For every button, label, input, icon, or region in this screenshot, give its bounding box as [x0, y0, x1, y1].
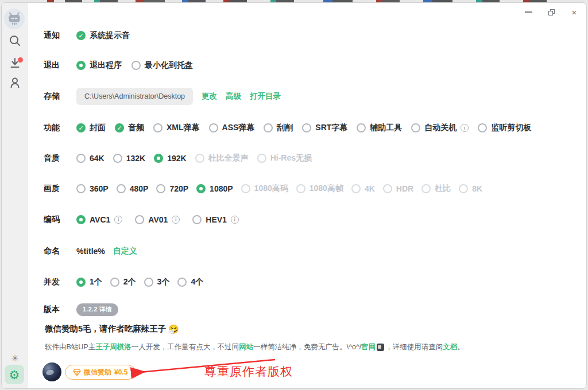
author-link[interactable]: 王子周棋洛	[95, 342, 131, 352]
sidebar-item-search[interactable]	[2, 34, 28, 48]
sidebar-item-settings-active[interactable]: ⚙	[5, 365, 24, 384]
checkbox-icon	[209, 123, 218, 132]
option-label: 720P	[169, 184, 188, 193]
option-2-threads[interactable]: 2个	[110, 277, 136, 287]
docs-link[interactable]: 文档	[443, 342, 457, 352]
sponsor-headline-text: 微信赞助5毛，请作者吃麻辣王子	[45, 323, 166, 334]
gear-icon: ⚙	[9, 369, 20, 381]
row-label: 编码	[44, 214, 76, 225]
app-logo[interactable]	[4, 9, 25, 29]
about-text: 一人开发，工作量有点大，不过同	[131, 342, 239, 352]
option-4k: 4K	[351, 184, 375, 193]
radio-selected-icon	[76, 61, 86, 70]
author-avatar[interactable]	[42, 362, 61, 381]
info-icon[interactable]: i	[114, 216, 122, 224]
option-exit-program[interactable]: 退出程序	[76, 60, 122, 71]
row-label: 命名	[44, 246, 76, 256]
option-1080-framerate: 1080高帧	[296, 184, 343, 194]
close-icon: ×	[572, 8, 577, 17]
customize-link[interactable]: 自定义	[113, 246, 137, 256]
storage-path-box[interactable]: C:\Users\Administrator\Desktop	[76, 88, 193, 105]
row-label: 退出	[44, 60, 76, 71]
option-label: 132K	[126, 154, 145, 163]
radio-disabled-icon	[383, 184, 392, 193]
option-scrape[interactable]: 刮削	[264, 123, 293, 133]
radio-disabled-icon	[351, 184, 361, 193]
checkbox-checked-icon: ✓	[76, 31, 86, 40]
option-minimize-to-tray[interactable]: 最小化到托盘	[131, 60, 193, 71]
sidebar: ☀ ⚙	[2, 3, 28, 388]
option-aux-tools[interactable]: 辅助工具	[357, 123, 402, 133]
option-av01[interactable]: AV01 i	[135, 215, 180, 224]
option-ass-danmaku[interactable]: ASS弹幕	[209, 123, 255, 133]
option-label: 1080高帧	[310, 184, 343, 194]
option-label: 3个	[157, 277, 170, 287]
row-label: 功能	[44, 123, 76, 133]
option-cover[interactable]: ✓ 封面	[76, 123, 106, 133]
option-label: 1080P	[210, 184, 233, 193]
option-label: 系统提示音	[90, 30, 130, 41]
radio-icon	[192, 215, 202, 224]
bilibili-tv-logo-icon	[7, 11, 22, 26]
option-label: 1个	[90, 277, 102, 287]
donate-amount: ¥0.5	[114, 368, 127, 376]
wechat-donate-button[interactable]: 微信赞助 ¥0.5	[65, 365, 136, 380]
official-site-link[interactable]: 官网	[361, 342, 376, 352]
row-codec: 编码 AVC1 i AV01 i HEV1 i	[44, 213, 239, 227]
option-xml-danmaku[interactable]: XML弹幕	[153, 123, 200, 133]
search-icon	[9, 34, 21, 47]
row-naming: 命名 %title% 自定义	[44, 244, 137, 258]
option-auto-shutdown[interactable]: 自动关机 i	[411, 123, 469, 133]
minimize-button[interactable]	[524, 8, 532, 16]
option-64k[interactable]: 64K	[76, 154, 105, 163]
radio-icon	[177, 278, 187, 287]
option-audio[interactable]: ✓ 音频	[115, 123, 144, 133]
option-srt-subtitle[interactable]: SRT字幕	[302, 123, 347, 133]
change-link[interactable]: 更改	[202, 91, 217, 102]
restore-button[interactable]	[547, 8, 555, 16]
option-480p[interactable]: 480P	[117, 184, 149, 193]
radio-icon	[117, 184, 126, 193]
info-icon[interactable]: i	[172, 216, 180, 224]
info-icon[interactable]: i	[461, 124, 469, 132]
option-4-threads[interactable]: 4个	[177, 277, 203, 287]
website-link[interactable]: 网站	[239, 342, 253, 352]
option-system-sound[interactable]: ✓ 系统提示音	[76, 30, 130, 41]
option-360p[interactable]: 360P	[76, 184, 109, 193]
row-exit: 退出 退出程序 最小化到托盘	[44, 58, 193, 72]
option-clipboard-listen[interactable]: 监听剪切板	[478, 123, 531, 133]
option-132k[interactable]: 132K	[113, 154, 145, 163]
radio-icon	[113, 154, 122, 163]
option-label: 2个	[123, 277, 136, 287]
option-avc1[interactable]: AVC1 i	[76, 215, 122, 224]
version-badge[interactable]: 1.2.2 详情	[76, 303, 118, 316]
sidebar-item-user[interactable]	[2, 76, 28, 89]
radio-icon	[144, 278, 153, 287]
checkbox-icon	[357, 123, 366, 132]
row-label: 音质	[44, 153, 76, 163]
close-button[interactable]: ×	[570, 8, 578, 16]
option-dolby: 杜比	[421, 184, 451, 194]
option-dolby-atmos: 杜比全景声	[195, 153, 249, 163]
sidebar-item-downloads[interactable]	[2, 56, 28, 70]
option-label: 封面	[90, 123, 106, 133]
sponsor-headline: 微信赞助5毛，请作者吃麻辣王子 🤧	[45, 323, 179, 334]
option-label: HDR	[396, 184, 413, 193]
option-hev1[interactable]: HEV1 i	[192, 215, 239, 224]
option-1-thread[interactable]: 1个	[76, 277, 102, 287]
row-video-quality: 画质 360P 480P 720P 1080P 1080高码	[44, 182, 482, 196]
option-label: HEV1	[206, 215, 227, 224]
open-directory-link[interactable]: 打开目录	[250, 91, 281, 102]
info-icon[interactable]: i	[231, 216, 239, 224]
row-audio-quality: 音质 64K 132K 192K 杜比全景声 Hi-Res无损	[44, 151, 312, 165]
radio-disabled-icon	[195, 154, 204, 163]
option-192k[interactable]: 192K	[154, 154, 186, 163]
option-1080p[interactable]: 1080P	[196, 184, 233, 193]
checkbox-icon	[411, 123, 420, 132]
option-720p[interactable]: 720P	[156, 184, 188, 193]
theme-toggle[interactable]: ☀	[2, 352, 28, 364]
option-3-threads[interactable]: 3个	[144, 277, 170, 287]
site-badge-icon	[377, 344, 384, 351]
option-label: XML弹幕	[167, 123, 200, 133]
advanced-link[interactable]: 高级	[226, 91, 241, 102]
